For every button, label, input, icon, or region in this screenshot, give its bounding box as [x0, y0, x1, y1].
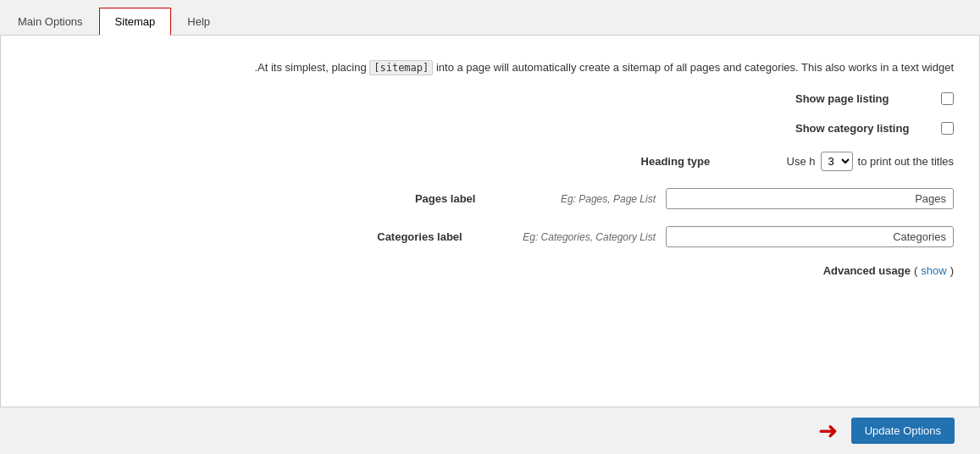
pages-label-text: Pages label — [415, 192, 551, 205]
show-category-listing-row: Show category listing — [26, 122, 954, 135]
tab-help[interactable]: Help — [171, 8, 226, 36]
show-category-listing-control — [941, 122, 954, 135]
heading-suffix: to print out the titles — [858, 155, 954, 168]
heading-select[interactable]: 1 2 3 4 5 6 — [821, 152, 853, 171]
tab-sitemap[interactable]: Sitemap — [99, 8, 172, 36]
categories-label-hint: Eg: Categories, Category List — [523, 231, 656, 243]
show-page-listing-label: Show page listing — [795, 92, 931, 105]
categories-label-text: Categories label — [377, 230, 512, 243]
heading-type-control: Use h 1 2 3 4 5 6 to print out the title… — [787, 152, 954, 171]
pages-label-hint: Eg: Pages, Page List — [561, 193, 656, 205]
description-suffix: into a page will automatically create a … — [436, 61, 954, 74]
description-code: [sitemap] — [369, 60, 433, 75]
categories-label-input[interactable] — [666, 226, 954, 247]
tabs-bar: Main Options Sitemap Help — [0, 0, 980, 35]
description-prefix: .At its simplest, placing — [254, 61, 366, 74]
advanced-usage-paren-open: ( — [914, 264, 917, 277]
advanced-usage-show-link[interactable]: show — [921, 264, 946, 277]
pages-label-input[interactable] — [666, 188, 954, 209]
categories-label-row: Categories label Eg: Categories, Categor… — [26, 226, 954, 247]
show-category-listing-label: Show category listing — [795, 122, 931, 135]
advanced-usage-paren-close: ) — [950, 264, 954, 277]
update-options-button[interactable]: Update Options — [851, 418, 955, 444]
show-page-listing-row: Show page listing — [26, 92, 954, 105]
description-text: .At its simplest, placing [sitemap] into… — [26, 53, 954, 92]
advanced-usage-row: Advanced usage ( show ) — [26, 264, 954, 277]
advanced-usage-label: Advanced usage — [823, 264, 911, 277]
pages-label-row: Pages label Eg: Pages, Page List — [26, 188, 954, 209]
arrow-right-icon: ➜ — [818, 419, 838, 443]
show-category-listing-checkbox[interactable] — [941, 122, 954, 135]
heading-type-label: Heading type — [641, 155, 777, 168]
show-page-listing-checkbox[interactable] — [941, 92, 954, 105]
content-panel: .At its simplest, placing [sitemap] into… — [0, 35, 980, 407]
page-wrapper: Main Options Sitemap Help .At its simple… — [0, 0, 980, 454]
tab-main-options[interactable]: Main Options — [2, 8, 99, 36]
heading-prefix: Use h — [787, 155, 816, 168]
heading-type-row: Heading type Use h 1 2 3 4 5 6 to print … — [26, 152, 954, 171]
footer-bar: ➜ Update Options — [0, 407, 980, 454]
show-page-listing-control — [941, 92, 954, 105]
